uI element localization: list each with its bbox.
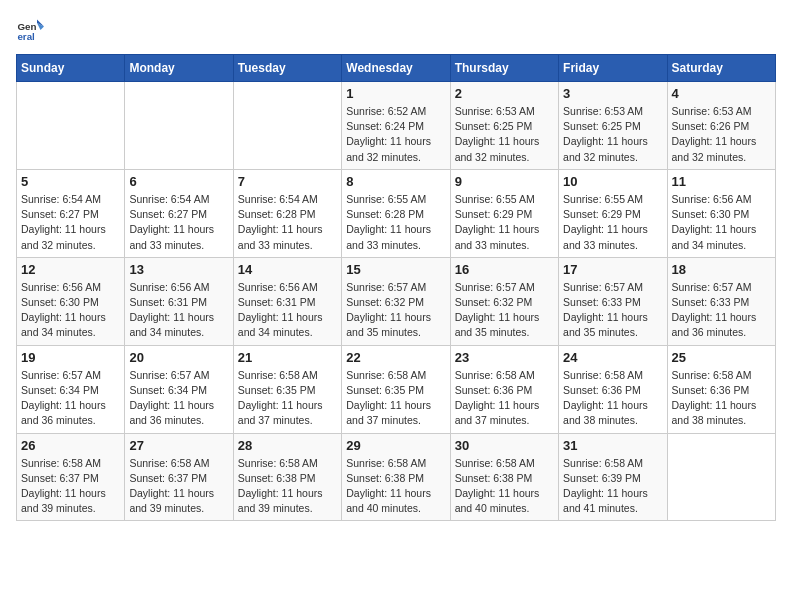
day-info: Sunrise: 6:58 AMSunset: 6:38 PMDaylight:… bbox=[346, 456, 445, 517]
day-cell: 8Sunrise: 6:55 AMSunset: 6:28 PMDaylight… bbox=[342, 169, 450, 257]
day-number: 20 bbox=[129, 350, 228, 365]
day-number: 14 bbox=[238, 262, 337, 277]
day-info: Sunrise: 6:58 AMSunset: 6:38 PMDaylight:… bbox=[238, 456, 337, 517]
logo-icon: Gen eral bbox=[16, 16, 44, 44]
day-number: 24 bbox=[563, 350, 662, 365]
day-number: 8 bbox=[346, 174, 445, 189]
day-number: 7 bbox=[238, 174, 337, 189]
day-number: 12 bbox=[21, 262, 120, 277]
day-cell: 18Sunrise: 6:57 AMSunset: 6:33 PMDayligh… bbox=[667, 257, 775, 345]
day-cell: 13Sunrise: 6:56 AMSunset: 6:31 PMDayligh… bbox=[125, 257, 233, 345]
day-cell: 1Sunrise: 6:52 AMSunset: 6:24 PMDaylight… bbox=[342, 82, 450, 170]
day-info: Sunrise: 6:56 AMSunset: 6:31 PMDaylight:… bbox=[238, 280, 337, 341]
calendar-header: SundayMondayTuesdayWednesdayThursdayFrid… bbox=[17, 55, 776, 82]
day-number: 11 bbox=[672, 174, 771, 189]
day-cell: 10Sunrise: 6:55 AMSunset: 6:29 PMDayligh… bbox=[559, 169, 667, 257]
day-cell: 23Sunrise: 6:58 AMSunset: 6:36 PMDayligh… bbox=[450, 345, 558, 433]
day-number: 29 bbox=[346, 438, 445, 453]
header-thursday: Thursday bbox=[450, 55, 558, 82]
day-cell: 30Sunrise: 6:58 AMSunset: 6:38 PMDayligh… bbox=[450, 433, 558, 521]
day-number: 18 bbox=[672, 262, 771, 277]
day-number: 6 bbox=[129, 174, 228, 189]
day-info: Sunrise: 6:57 AMSunset: 6:32 PMDaylight:… bbox=[455, 280, 554, 341]
day-info: Sunrise: 6:56 AMSunset: 6:30 PMDaylight:… bbox=[21, 280, 120, 341]
day-cell bbox=[667, 433, 775, 521]
day-info: Sunrise: 6:52 AMSunset: 6:24 PMDaylight:… bbox=[346, 104, 445, 165]
day-number: 21 bbox=[238, 350, 337, 365]
day-number: 5 bbox=[21, 174, 120, 189]
day-number: 13 bbox=[129, 262, 228, 277]
day-cell: 3Sunrise: 6:53 AMSunset: 6:25 PMDaylight… bbox=[559, 82, 667, 170]
day-info: Sunrise: 6:58 AMSunset: 6:36 PMDaylight:… bbox=[672, 368, 771, 429]
day-cell: 2Sunrise: 6:53 AMSunset: 6:25 PMDaylight… bbox=[450, 82, 558, 170]
day-info: Sunrise: 6:54 AMSunset: 6:27 PMDaylight:… bbox=[129, 192, 228, 253]
week-row-2: 12Sunrise: 6:56 AMSunset: 6:30 PMDayligh… bbox=[17, 257, 776, 345]
day-cell: 26Sunrise: 6:58 AMSunset: 6:37 PMDayligh… bbox=[17, 433, 125, 521]
calendar-table: SundayMondayTuesdayWednesdayThursdayFrid… bbox=[16, 54, 776, 521]
day-info: Sunrise: 6:57 AMSunset: 6:32 PMDaylight:… bbox=[346, 280, 445, 341]
svg-text:eral: eral bbox=[17, 31, 35, 42]
day-number: 1 bbox=[346, 86, 445, 101]
day-info: Sunrise: 6:58 AMSunset: 6:36 PMDaylight:… bbox=[563, 368, 662, 429]
day-cell: 27Sunrise: 6:58 AMSunset: 6:37 PMDayligh… bbox=[125, 433, 233, 521]
day-cell: 11Sunrise: 6:56 AMSunset: 6:30 PMDayligh… bbox=[667, 169, 775, 257]
day-cell: 4Sunrise: 6:53 AMSunset: 6:26 PMDaylight… bbox=[667, 82, 775, 170]
day-cell: 14Sunrise: 6:56 AMSunset: 6:31 PMDayligh… bbox=[233, 257, 341, 345]
day-number: 4 bbox=[672, 86, 771, 101]
day-number: 17 bbox=[563, 262, 662, 277]
logo: Gen eral bbox=[16, 16, 48, 44]
day-info: Sunrise: 6:57 AMSunset: 6:33 PMDaylight:… bbox=[563, 280, 662, 341]
day-cell: 5Sunrise: 6:54 AMSunset: 6:27 PMDaylight… bbox=[17, 169, 125, 257]
day-number: 3 bbox=[563, 86, 662, 101]
day-cell: 17Sunrise: 6:57 AMSunset: 6:33 PMDayligh… bbox=[559, 257, 667, 345]
day-cell: 21Sunrise: 6:58 AMSunset: 6:35 PMDayligh… bbox=[233, 345, 341, 433]
day-cell: 7Sunrise: 6:54 AMSunset: 6:28 PMDaylight… bbox=[233, 169, 341, 257]
day-number: 27 bbox=[129, 438, 228, 453]
day-cell: 19Sunrise: 6:57 AMSunset: 6:34 PMDayligh… bbox=[17, 345, 125, 433]
day-cell: 15Sunrise: 6:57 AMSunset: 6:32 PMDayligh… bbox=[342, 257, 450, 345]
day-number: 28 bbox=[238, 438, 337, 453]
day-cell: 12Sunrise: 6:56 AMSunset: 6:30 PMDayligh… bbox=[17, 257, 125, 345]
day-info: Sunrise: 6:58 AMSunset: 6:36 PMDaylight:… bbox=[455, 368, 554, 429]
day-info: Sunrise: 6:55 AMSunset: 6:28 PMDaylight:… bbox=[346, 192, 445, 253]
day-info: Sunrise: 6:55 AMSunset: 6:29 PMDaylight:… bbox=[455, 192, 554, 253]
day-info: Sunrise: 6:58 AMSunset: 6:37 PMDaylight:… bbox=[21, 456, 120, 517]
day-cell bbox=[17, 82, 125, 170]
day-info: Sunrise: 6:58 AMSunset: 6:35 PMDaylight:… bbox=[346, 368, 445, 429]
header-row: SundayMondayTuesdayWednesdayThursdayFrid… bbox=[17, 55, 776, 82]
day-number: 9 bbox=[455, 174, 554, 189]
header-saturday: Saturday bbox=[667, 55, 775, 82]
day-info: Sunrise: 6:53 AMSunset: 6:25 PMDaylight:… bbox=[563, 104, 662, 165]
day-number: 19 bbox=[21, 350, 120, 365]
day-cell bbox=[233, 82, 341, 170]
week-row-1: 5Sunrise: 6:54 AMSunset: 6:27 PMDaylight… bbox=[17, 169, 776, 257]
header-monday: Monday bbox=[125, 55, 233, 82]
day-info: Sunrise: 6:54 AMSunset: 6:27 PMDaylight:… bbox=[21, 192, 120, 253]
week-row-3: 19Sunrise: 6:57 AMSunset: 6:34 PMDayligh… bbox=[17, 345, 776, 433]
day-number: 22 bbox=[346, 350, 445, 365]
day-info: Sunrise: 6:56 AMSunset: 6:30 PMDaylight:… bbox=[672, 192, 771, 253]
day-cell: 9Sunrise: 6:55 AMSunset: 6:29 PMDaylight… bbox=[450, 169, 558, 257]
week-row-4: 26Sunrise: 6:58 AMSunset: 6:37 PMDayligh… bbox=[17, 433, 776, 521]
day-info: Sunrise: 6:57 AMSunset: 6:33 PMDaylight:… bbox=[672, 280, 771, 341]
day-info: Sunrise: 6:55 AMSunset: 6:29 PMDaylight:… bbox=[563, 192, 662, 253]
day-cell: 22Sunrise: 6:58 AMSunset: 6:35 PMDayligh… bbox=[342, 345, 450, 433]
header-sunday: Sunday bbox=[17, 55, 125, 82]
day-cell: 31Sunrise: 6:58 AMSunset: 6:39 PMDayligh… bbox=[559, 433, 667, 521]
day-info: Sunrise: 6:58 AMSunset: 6:35 PMDaylight:… bbox=[238, 368, 337, 429]
day-number: 26 bbox=[21, 438, 120, 453]
page-header: Gen eral bbox=[16, 16, 776, 44]
day-cell: 28Sunrise: 6:58 AMSunset: 6:38 PMDayligh… bbox=[233, 433, 341, 521]
day-cell: 16Sunrise: 6:57 AMSunset: 6:32 PMDayligh… bbox=[450, 257, 558, 345]
day-number: 31 bbox=[563, 438, 662, 453]
day-cell: 20Sunrise: 6:57 AMSunset: 6:34 PMDayligh… bbox=[125, 345, 233, 433]
week-row-0: 1Sunrise: 6:52 AMSunset: 6:24 PMDaylight… bbox=[17, 82, 776, 170]
day-info: Sunrise: 6:57 AMSunset: 6:34 PMDaylight:… bbox=[21, 368, 120, 429]
day-number: 15 bbox=[346, 262, 445, 277]
day-cell: 29Sunrise: 6:58 AMSunset: 6:38 PMDayligh… bbox=[342, 433, 450, 521]
header-friday: Friday bbox=[559, 55, 667, 82]
day-number: 2 bbox=[455, 86, 554, 101]
day-info: Sunrise: 6:58 AMSunset: 6:39 PMDaylight:… bbox=[563, 456, 662, 517]
day-info: Sunrise: 6:58 AMSunset: 6:38 PMDaylight:… bbox=[455, 456, 554, 517]
day-number: 30 bbox=[455, 438, 554, 453]
